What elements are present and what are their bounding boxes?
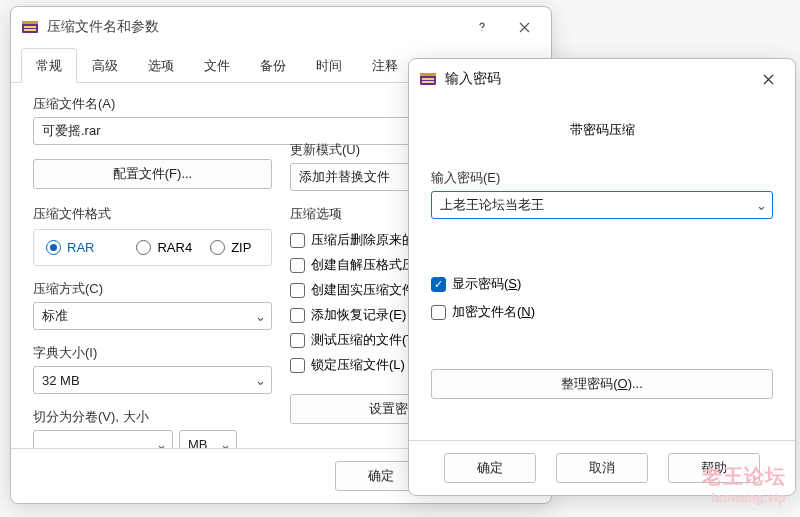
dict-select[interactable] (33, 366, 272, 394)
tab-general[interactable]: 常规 (21, 48, 77, 83)
dialog-footer: 确定 取消 帮助 (409, 440, 795, 495)
show-password-checkbox[interactable]: ✓显示密码(S) (431, 275, 773, 293)
heading: 带密码压缩 (431, 121, 773, 139)
tab-options[interactable]: 选项 (133, 48, 189, 83)
tab-files[interactable]: 文件 (189, 48, 245, 83)
password-dialog: 输入密码 带密码压缩 输入密码(E) ⌄ ✓显示密码(S) ✓加密文件名(N) … (408, 58, 796, 496)
format-zip-radio[interactable]: ZIP (210, 240, 251, 255)
split-label: 切分为分卷(V), 大小 (33, 408, 272, 426)
organize-passwords-button[interactable]: 整理密码(O)... (431, 369, 773, 399)
window-title: 输入密码 (445, 70, 747, 88)
method-label: 压缩方式(C) (33, 280, 272, 298)
dialog-body: 带密码压缩 输入密码(E) ⌄ ✓显示密码(S) ✓加密文件名(N) 整理密码(… (409, 99, 795, 411)
svg-rect-3 (24, 29, 36, 31)
format-label: 压缩文件格式 (33, 205, 272, 223)
svg-rect-8 (422, 81, 434, 83)
show-password-label: 显示密码(S) (452, 275, 521, 293)
method-select[interactable] (33, 302, 272, 330)
svg-rect-2 (24, 26, 36, 28)
tab-time[interactable]: 时间 (301, 48, 357, 83)
svg-rect-6 (420, 73, 436, 76)
help-button[interactable] (461, 12, 503, 42)
cancel-button[interactable]: 取消 (556, 453, 648, 483)
help-button[interactable]: 帮助 (668, 453, 760, 483)
window-title: 压缩文件名和参数 (47, 18, 461, 36)
encrypt-names-checkbox[interactable]: ✓加密文件名(N) (431, 303, 773, 321)
password-input[interactable] (431, 191, 773, 219)
titlebar: 输入密码 (409, 59, 795, 99)
app-icon (21, 18, 39, 36)
svg-rect-1 (22, 21, 38, 24)
ok-button[interactable]: 确定 (444, 453, 536, 483)
tab-comment[interactable]: 注释 (357, 48, 413, 83)
format-rar4-radio[interactable]: RAR4 (136, 240, 192, 255)
close-button[interactable] (747, 64, 789, 94)
tab-backup[interactable]: 备份 (245, 48, 301, 83)
close-button[interactable] (503, 12, 545, 42)
svg-point-4 (481, 30, 482, 31)
format-rar-radio[interactable]: RAR (46, 240, 118, 255)
svg-rect-7 (422, 78, 434, 80)
password-label: 输入密码(E) (431, 169, 773, 187)
encrypt-names-label: 加密文件名(N) (452, 303, 535, 321)
dict-label: 字典大小(I) (33, 344, 272, 362)
tab-advanced[interactable]: 高级 (77, 48, 133, 83)
titlebar: 压缩文件名和参数 (11, 7, 551, 47)
app-icon (419, 70, 437, 88)
profiles-button[interactable]: 配置文件(F)... (33, 159, 272, 189)
